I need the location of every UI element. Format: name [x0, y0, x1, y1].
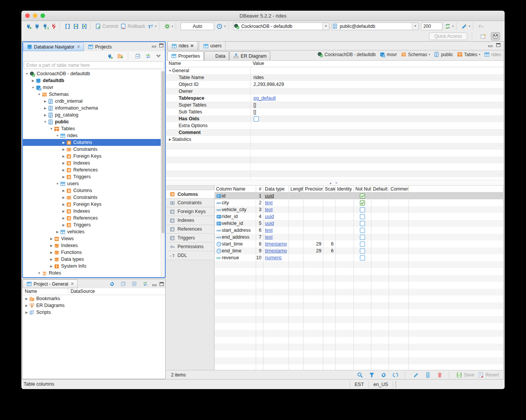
revert-button[interactable]: Revert	[478, 372, 499, 378]
navigator-tab-projects[interactable]: Projects	[84, 42, 115, 51]
tree-collapsed-arrow-icon[interactable]: ▶	[61, 175, 66, 179]
tree-item-references[interactable]: ▶References	[23, 166, 165, 173]
project-tab[interactable]: Project - General✕	[23, 279, 78, 288]
minimize-part-button[interactable]	[152, 46, 156, 47]
tree-item-users[interactable]: ▼users	[23, 180, 165, 187]
column-not-null[interactable]	[354, 220, 371, 227]
property-row-super-tables[interactable]: Super Tables[]	[166, 102, 503, 108]
tree-item-information-schema[interactable]: ▶information_schema	[23, 105, 165, 111]
dbeaver-perspective-button[interactable]	[491, 32, 500, 40]
column-row-city[interactable]: ABCcity2text	[215, 199, 503, 206]
tree-item-vehicles[interactable]: ▶vehicles	[23, 228, 165, 235]
tree-item-constraints[interactable]: ▶Constraints	[23, 194, 165, 201]
tree-item-crdb-internal[interactable]: ▶crdb_internal	[23, 98, 165, 105]
tree-collapsed-arrow-icon[interactable]: ▶	[49, 237, 54, 241]
column-not-null[interactable]	[354, 227, 371, 234]
project-item-scripts[interactable]: ▶Scripts	[23, 309, 165, 316]
datatype-link[interactable]: text	[265, 228, 273, 233]
properties-name-header[interactable]: Name	[166, 61, 250, 67]
datatype-link[interactable]: uuid	[265, 193, 274, 199]
property-row-comment[interactable]: Comment	[166, 129, 503, 136]
delete-button[interactable]	[436, 372, 444, 378]
tree-expanded-arrow-icon[interactable]: ▼	[55, 182, 60, 186]
new-sql-editor-button[interactable]	[81, 23, 88, 30]
project-item-er-diagrams[interactable]: ▶ER Diagrams	[23, 302, 165, 309]
tree-collapsed-arrow-icon[interactable]: ▶	[49, 265, 54, 268]
tree-collapsed-arrow-icon[interactable]: ▶	[49, 251, 54, 254]
column-header-precision[interactable]: Precision	[303, 186, 323, 192]
close-tab-icon[interactable]: ✕	[190, 43, 194, 48]
editor-tab-rides[interactable]: rides✕	[167, 41, 198, 50]
expand-all-button[interactable]	[131, 281, 138, 287]
minimize-part-button[interactable]	[488, 45, 492, 47]
property-row-general[interactable]: ▼General	[166, 67, 503, 74]
tree-item-pg-catalog[interactable]: ▶pg_catalog	[23, 111, 165, 118]
column-not-null[interactable]	[354, 206, 371, 213]
transaction-log-button[interactable]: ▾	[216, 23, 226, 30]
datatype-link[interactable]: uuid	[265, 221, 274, 226]
tree-collapsed-arrow-icon[interactable]: ▶	[24, 304, 29, 307]
group-expanded-arrow-icon[interactable]: ▼	[168, 69, 172, 73]
column-header-comment[interactable]: Comment	[389, 186, 409, 192]
sql-editor-button[interactable]	[64, 23, 71, 30]
detail-tab-permissions[interactable]: Permissions	[166, 242, 214, 251]
property-row-tablespace[interactable]: Tablespacepg_default	[166, 95, 503, 102]
column-header-scale[interactable]: Scale	[323, 186, 336, 192]
connect-button[interactable]	[33, 23, 41, 30]
collapse-all-button[interactable]	[119, 281, 127, 287]
tree-item-columns[interactable]: ▶Columns	[23, 139, 165, 146]
new-connection-button[interactable]	[25, 23, 32, 30]
properties-value-header[interactable]: Value	[250, 61, 266, 67]
open-perspective-button[interactable]	[479, 32, 488, 40]
tree-collapsed-arrow-icon[interactable]: ▶	[49, 244, 54, 247]
tree-expanded-arrow-icon[interactable]: ▼	[43, 120, 48, 124]
dropdown-caret-icon[interactable]: ▾	[479, 53, 480, 56]
breadcrumb-item-tables[interactable]: Tables▾	[457, 52, 480, 57]
maximize-part-button[interactable]	[159, 44, 163, 47]
tree-collapsed-arrow-icon[interactable]: ▶	[61, 216, 66, 220]
compare-button[interactable]	[392, 372, 399, 378]
tree-expanded-arrow-icon[interactable]: ▼	[24, 72, 29, 76]
column-row-revenue[interactable]: 123revenue10numeric	[215, 254, 503, 261]
property-row-table-name[interactable]: Table Namerides	[166, 74, 503, 81]
close-tab-icon[interactable]: ✕	[77, 44, 80, 49]
column-header-data-type[interactable]: Data type	[263, 186, 289, 192]
column-not-null[interactable]	[354, 192, 371, 199]
tree-item-rides[interactable]: ▼rides	[23, 132, 165, 139]
datatype-link[interactable]: text	[265, 234, 273, 240]
tree-expanded-arrow-icon[interactable]: ▼	[55, 134, 60, 137]
datatype-link[interactable]: timestamp	[265, 248, 287, 254]
save-button[interactable]: Save	[456, 372, 474, 378]
tree-collapsed-arrow-icon[interactable]: ▶	[24, 311, 29, 314]
link-with-editor-button[interactable]	[144, 53, 152, 60]
edit-button[interactable]	[412, 372, 420, 378]
maximize-part-button[interactable]	[496, 43, 500, 47]
maximize-part-button[interactable]	[160, 282, 164, 286]
quick-access-button[interactable]: Quick Access	[429, 32, 467, 40]
close-tab-icon[interactable]: ✕	[71, 281, 74, 286]
detail-tab-ddl[interactable]: ‹›TDDL	[166, 251, 214, 260]
datatype-link[interactable]: uuid	[265, 214, 274, 219]
column-row-start_time[interactable]: start_time8timestamp296	[215, 241, 503, 247]
tree-item-system-info[interactable]: ▶System Info	[23, 263, 165, 270]
column-not-null[interactable]	[354, 199, 371, 206]
breadcrumb-item-cockroachdb-defaultdb[interactable]: CockroachDB - defaultdb	[317, 52, 376, 57]
disconnect-button[interactable]	[50, 23, 58, 30]
tree-collapsed-arrow-icon[interactable]: ▶	[55, 230, 60, 234]
connection-combo[interactable]: CockroachDB - defaultdb▼	[233, 23, 329, 30]
tree-item-cockroachdb-defaultdb[interactable]: ▼CockroachDB - defaultdb	[23, 70, 165, 77]
tree-item-movr[interactable]: ▼movr	[23, 84, 165, 91]
tree-item-views[interactable]: ▶Views	[23, 235, 165, 242]
view-menu-button[interactable]	[155, 53, 162, 60]
settings-button[interactable]	[380, 372, 387, 378]
tree-expanded-arrow-icon[interactable]: ▼	[31, 86, 35, 89]
splitter[interactable]: ▲ ▼	[166, 180, 503, 186]
tree-collapsed-arrow-icon[interactable]: ▶	[43, 107, 48, 110]
detail-tab-columns[interactable]: Columns	[166, 190, 215, 199]
minimize-part-button[interactable]	[152, 284, 157, 286]
transaction-mode-combo[interactable]: Auto	[181, 23, 214, 30]
column-not-null[interactable]	[354, 213, 371, 220]
tree-item-roles[interactable]: ▼Roles	[23, 270, 165, 276]
sql-generator-button[interactable]: ▾	[460, 23, 471, 30]
tree-collapsed-arrow-icon[interactable]: ▶	[61, 155, 66, 158]
